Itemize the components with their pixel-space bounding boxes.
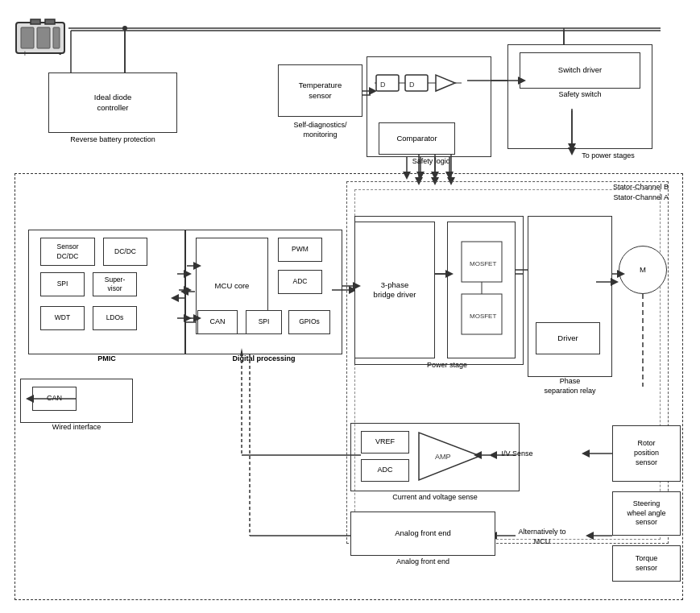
rotor-label: Rotorpositionsensor [634, 439, 659, 467]
phase-sep-label: Phaseseparation relay [528, 377, 612, 396]
reverse-battery-label: Reverse battery protection [48, 135, 177, 145]
spi1-label: SPI [57, 280, 68, 288]
spi2-block: SPI [246, 310, 282, 334]
amp-svg: AMP [417, 431, 482, 482]
motor-label: M [640, 265, 646, 275]
wdt-block: WDT [40, 306, 85, 330]
safety-switch-label: Safety switch [520, 90, 640, 100]
analog-fe-label: Analog front end [395, 528, 451, 538]
gpios-label: GPIOs [299, 317, 320, 326]
svg-point-62 [122, 26, 127, 31]
amp-block: AMP [417, 431, 482, 482]
ldos-block: LDOs [93, 306, 137, 330]
safety-logic-label: Safety logic [395, 157, 467, 167]
analog-fe-block: Analog front end [350, 512, 495, 556]
svg-text:AMP: AMP [435, 453, 451, 461]
analog-fe-sub-label: Analog front end [350, 557, 495, 567]
ldos-label: LDOs [106, 313, 124, 322]
battery-icon: + - [14, 14, 71, 59]
adc2-block: ADC [361, 459, 409, 482]
digital-processing-label: Digital processing [185, 354, 342, 364]
vref-block: VREF [361, 431, 409, 454]
can2-label: CAN [47, 394, 62, 404]
sensor-dcdc-block: SensorDC/DC [40, 238, 95, 266]
can1-block: CAN [197, 310, 238, 334]
pwm-label: PWM [292, 245, 309, 254]
dcdc-label: DC/DC [114, 247, 136, 256]
wdt-label: WDT [55, 313, 70, 322]
pwm-block: PWM [278, 238, 322, 262]
spi2-label: SPI [259, 317, 270, 326]
temp-sensor-block: Temperaturesensor [278, 64, 362, 117]
spi1-block: SPI [40, 272, 85, 296]
stator-a-label: Stator-Channel A [580, 193, 669, 203]
power-stage-box [354, 216, 524, 365]
can2-block: CAN [32, 387, 77, 411]
svg-rect-38 [31, 19, 40, 24]
diagram: + - Ideal diodecontroller Reverse batter… [0, 0, 700, 613]
torque-block: Torquesensor [612, 545, 681, 582]
wired-if-label: Wired interface [20, 423, 133, 433]
svg-rect-41 [37, 27, 50, 48]
ideal-diode-label: Ideal diodecontroller [94, 93, 131, 113]
phase-sep-box [528, 216, 612, 377]
supervisor-label: Super-visor [105, 275, 126, 293]
gpios-block: GPIOs [288, 310, 330, 334]
steering-block: Steeringwheel anglesensor [612, 491, 681, 536]
supervisor-block: Super-visor [93, 272, 137, 296]
sensor-dcdc-label: SensorDC/DC [57, 242, 79, 260]
svg-text:+: + [23, 49, 27, 58]
svg-rect-40 [21, 27, 34, 48]
iv-sense-label: I/V Sense [489, 449, 545, 459]
adc1-label: ADC [293, 277, 308, 286]
to-power-stages-label: To power stages [560, 151, 657, 161]
svg-rect-39 [45, 19, 55, 24]
vref-label: VREF [375, 437, 395, 447]
temp-sensor-sub: Self-diagnostics/monitoring [266, 121, 375, 139]
steering-label: Steeringwheel anglesensor [627, 499, 665, 528]
mcu-core-label: MCU core [215, 281, 250, 291]
dcdc-block: DC/DC [103, 238, 147, 266]
adc2-label: ADC [377, 466, 392, 475]
motor-block: M [619, 246, 667, 294]
svg-rect-42 [53, 27, 60, 48]
alt-mcu-label: Alternatively toMCU [498, 528, 586, 546]
svg-text:-: - [59, 49, 61, 58]
temp-sensor-label: Temperaturesensor [299, 81, 342, 101]
switch-driver-block: Switch driver [520, 52, 640, 89]
safety-logic-block [367, 56, 491, 157]
can1-label: CAN [209, 317, 225, 327]
ideal-diode-block: Ideal diodecontroller [48, 72, 177, 133]
rotor-block: Rotorpositionsensor [612, 425, 681, 482]
cv-sense-label: Current and voltage sense [346, 493, 524, 503]
adc1-block: ADC [278, 270, 322, 294]
switch-driver-label: Switch driver [558, 65, 602, 75]
pmic-label: PMIC [28, 354, 185, 364]
torque-label: Torquesensor [636, 554, 658, 573]
